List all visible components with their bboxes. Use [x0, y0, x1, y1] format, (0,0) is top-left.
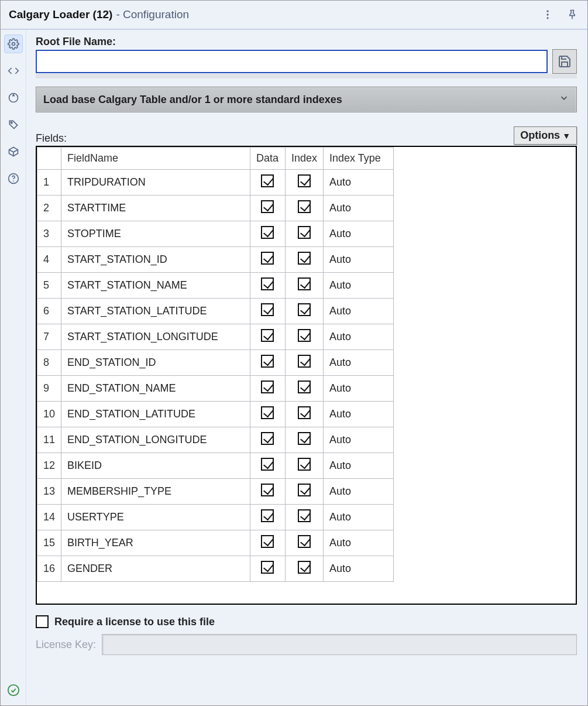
index-checkbox-cell[interactable] [285, 196, 323, 221]
checkbox-icon[interactable] [298, 458, 311, 471]
checkbox-icon[interactable] [298, 484, 311, 496]
sidebar-tab-help[interactable] [4, 169, 23, 188]
table-row[interactable]: 15BIRTH_YEARAuto [37, 530, 394, 556]
require-license-checkbox[interactable] [36, 615, 49, 628]
col-rownum[interactable] [37, 148, 61, 170]
field-name-cell[interactable]: END_STATION_LONGITUDE [61, 427, 250, 453]
index-checkbox-cell[interactable] [285, 299, 323, 324]
checkbox-icon[interactable] [298, 277, 311, 290]
table-row[interactable]: 10END_STATION_LATITUDEAuto [37, 402, 394, 427]
index-checkbox-cell[interactable] [285, 221, 323, 247]
data-checkbox-cell[interactable] [250, 299, 285, 324]
index-type-cell[interactable]: Auto [324, 427, 394, 453]
col-indextype[interactable]: Index Type [324, 148, 394, 170]
load-mode-select[interactable]: Load base Calgary Table and/or 1 or more… [36, 87, 577, 112]
index-type-cell[interactable]: Auto [324, 247, 394, 273]
checkbox-icon[interactable] [298, 432, 311, 445]
field-name-cell[interactable]: STOPTIME [61, 221, 250, 247]
checkbox-icon[interactable] [261, 432, 274, 445]
data-checkbox-cell[interactable] [250, 402, 285, 427]
index-type-cell[interactable]: Auto [324, 299, 394, 324]
checkbox-icon[interactable] [261, 329, 274, 342]
checkbox-icon[interactable] [298, 561, 311, 574]
data-checkbox-cell[interactable] [250, 453, 285, 479]
pin-icon[interactable] [565, 8, 579, 22]
index-checkbox-cell[interactable] [285, 402, 323, 427]
data-checkbox-cell[interactable] [250, 505, 285, 530]
index-checkbox-cell[interactable] [285, 350, 323, 376]
checkbox-icon[interactable] [261, 509, 274, 522]
table-row[interactable]: 16GENDERAuto [37, 556, 394, 582]
field-name-cell[interactable]: GENDER [61, 556, 250, 582]
checkbox-icon[interactable] [261, 381, 274, 393]
index-type-cell[interactable]: Auto [324, 196, 394, 221]
checkbox-icon[interactable] [298, 406, 311, 419]
checkbox-icon[interactable] [261, 252, 274, 265]
index-checkbox-cell[interactable] [285, 273, 323, 299]
index-checkbox-cell[interactable] [285, 530, 323, 556]
table-row[interactable]: 5START_STATION_NAMEAuto [37, 273, 394, 299]
checkbox-icon[interactable] [298, 355, 311, 368]
field-name-cell[interactable]: BIRTH_YEAR [61, 530, 250, 556]
index-checkbox-cell[interactable] [285, 505, 323, 530]
field-name-cell[interactable]: END_STATION_NAME [61, 376, 250, 402]
table-row[interactable]: 2STARTTIMEAuto [37, 196, 394, 221]
index-type-cell[interactable]: Auto [324, 350, 394, 376]
field-name-cell[interactable]: END_STATION_LATITUDE [61, 402, 250, 427]
index-checkbox-cell[interactable] [285, 453, 323, 479]
checkbox-icon[interactable] [261, 174, 274, 187]
field-name-cell[interactable]: START_STATION_LONGITUDE [61, 324, 250, 350]
index-type-cell[interactable]: Auto [324, 453, 394, 479]
index-checkbox-cell[interactable] [285, 479, 323, 505]
table-row[interactable]: 9END_STATION_NAMEAuto [37, 376, 394, 402]
data-checkbox-cell[interactable] [250, 273, 285, 299]
index-checkbox-cell[interactable] [285, 247, 323, 273]
checkbox-icon[interactable] [298, 200, 311, 213]
index-checkbox-cell[interactable] [285, 376, 323, 402]
index-type-cell[interactable]: Auto [324, 170, 394, 196]
field-name-cell[interactable]: START_STATION_ID [61, 247, 250, 273]
table-row[interactable]: 13MEMBERSHIP_TYPEAuto [37, 479, 394, 505]
checkbox-icon[interactable] [261, 200, 274, 213]
checkbox-icon[interactable] [298, 509, 311, 522]
index-type-cell[interactable]: Auto [324, 505, 394, 530]
data-checkbox-cell[interactable] [250, 196, 285, 221]
table-row[interactable]: 3STOPTIMEAuto [37, 221, 394, 247]
fields-grid[interactable]: FieldName Data Index Index Type 1TRIPDUR… [36, 146, 577, 605]
data-checkbox-cell[interactable] [250, 247, 285, 273]
checkbox-icon[interactable] [261, 535, 274, 548]
index-type-cell[interactable]: Auto [324, 273, 394, 299]
checkbox-icon[interactable] [261, 226, 274, 239]
table-row[interactable]: 8END_STATION_IDAuto [37, 350, 394, 376]
checkbox-icon[interactable] [261, 561, 274, 574]
checkbox-icon[interactable] [261, 406, 274, 419]
index-type-cell[interactable]: Auto [324, 556, 394, 582]
checkbox-icon[interactable] [261, 303, 274, 316]
sidebar-tab-config[interactable] [4, 35, 23, 53]
table-row[interactable]: 6START_STATION_LATITUDEAuto [37, 299, 394, 324]
checkbox-icon[interactable] [261, 484, 274, 496]
table-row[interactable]: 7START_STATION_LONGITUDEAuto [37, 324, 394, 350]
checkbox-icon[interactable] [298, 252, 311, 265]
checkbox-icon[interactable] [298, 174, 311, 187]
index-type-cell[interactable]: Auto [324, 221, 394, 247]
checkbox-icon[interactable] [261, 458, 274, 471]
field-name-cell[interactable]: USERTYPE [61, 505, 250, 530]
data-checkbox-cell[interactable] [250, 530, 285, 556]
sidebar-tab-xml[interactable] [4, 61, 23, 80]
options-button[interactable]: Options ▼ [514, 126, 577, 145]
table-row[interactable]: 11END_STATION_LONGITUDEAuto [37, 427, 394, 453]
save-file-button[interactable] [552, 49, 577, 74]
field-name-cell[interactable]: BIKEID [61, 453, 250, 479]
field-name-cell[interactable]: START_STATION_NAME [61, 273, 250, 299]
index-checkbox-cell[interactable] [285, 170, 323, 196]
checkbox-icon[interactable] [298, 535, 311, 548]
checkbox-icon[interactable] [298, 303, 311, 316]
data-checkbox-cell[interactable] [250, 350, 285, 376]
checkbox-icon[interactable] [298, 226, 311, 239]
index-checkbox-cell[interactable] [285, 324, 323, 350]
field-name-cell[interactable]: START_STATION_LATITUDE [61, 299, 250, 324]
data-checkbox-cell[interactable] [250, 556, 285, 582]
sidebar-tab-navigate[interactable] [4, 88, 23, 107]
table-row[interactable]: 1TRIPDURATIONAuto [37, 170, 394, 196]
